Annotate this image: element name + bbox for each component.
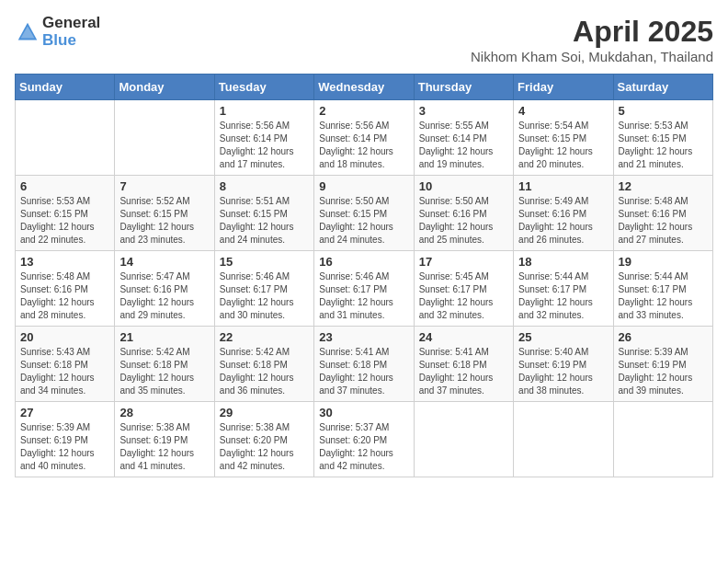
day-number: 8 (220, 179, 309, 193)
day-info: Sunrise: 5:52 AM Sunset: 6:15 PM Dayligh… (119, 195, 209, 247)
day-number: 6 (20, 179, 109, 193)
day-number: 13 (20, 255, 109, 269)
calendar-header: SundayMondayTuesdayWednesdayThursdayFrid… (16, 75, 713, 100)
day-info: Sunrise: 5:42 AM Sunset: 6:18 PM Dayligh… (220, 346, 309, 397)
day-info: Sunrise: 5:42 AM Sunset: 6:18 PM Dayligh… (119, 346, 209, 397)
day-of-week-friday: Friday (514, 75, 613, 100)
calendar-cell: 15Sunrise: 5:46 AM Sunset: 6:17 PM Dayli… (214, 251, 313, 327)
day-info: Sunrise: 5:51 AM Sunset: 6:15 PM Dayligh… (220, 195, 309, 247)
calendar-cell: 2Sunrise: 5:56 AM Sunset: 6:14 PM Daylig… (314, 100, 414, 176)
day-info: Sunrise: 5:41 AM Sunset: 6:18 PM Dayligh… (319, 346, 408, 397)
logo: General Blue (15, 15, 100, 49)
day-number: 10 (419, 179, 508, 193)
day-info: Sunrise: 5:44 AM Sunset: 6:17 PM Dayligh… (518, 270, 608, 322)
day-info: Sunrise: 5:38 AM Sunset: 6:20 PM Dayligh… (220, 421, 309, 473)
day-info: Sunrise: 5:53 AM Sunset: 6:15 PM Dayligh… (619, 120, 708, 171)
calendar-week-1: 6Sunrise: 5:53 AM Sunset: 6:15 PM Daylig… (16, 176, 713, 251)
calendar-cell: 24Sunrise: 5:41 AM Sunset: 6:18 PM Dayli… (414, 327, 513, 402)
day-number: 17 (419, 255, 508, 269)
calendar-cell: 6Sunrise: 5:53 AM Sunset: 6:15 PM Daylig… (16, 176, 115, 251)
day-number: 7 (119, 179, 209, 193)
calendar-cell (414, 402, 513, 477)
day-info: Sunrise: 5:50 AM Sunset: 6:16 PM Dayligh… (419, 195, 508, 247)
day-info: Sunrise: 5:49 AM Sunset: 6:16 PM Dayligh… (518, 195, 608, 247)
day-info: Sunrise: 5:53 AM Sunset: 6:15 PM Dayligh… (20, 195, 109, 247)
calendar-week-2: 13Sunrise: 5:48 AM Sunset: 6:16 PM Dayli… (16, 251, 713, 327)
calendar-week-0: 1Sunrise: 5:56 AM Sunset: 6:14 PM Daylig… (16, 100, 713, 176)
day-number: 26 (619, 330, 708, 344)
day-number: 4 (518, 104, 608, 118)
calendar-cell: 13Sunrise: 5:48 AM Sunset: 6:16 PM Dayli… (16, 251, 115, 327)
calendar-cell: 21Sunrise: 5:42 AM Sunset: 6:18 PM Dayli… (115, 327, 214, 402)
day-number: 23 (319, 330, 408, 344)
day-number: 15 (220, 255, 309, 269)
calendar-cell (514, 402, 613, 477)
day-number: 21 (119, 330, 209, 344)
calendar-cell: 22Sunrise: 5:42 AM Sunset: 6:18 PM Dayli… (214, 327, 313, 402)
calendar-cell: 11Sunrise: 5:49 AM Sunset: 6:16 PM Dayli… (514, 176, 613, 251)
day-info: Sunrise: 5:39 AM Sunset: 6:19 PM Dayligh… (20, 421, 109, 473)
calendar-cell: 1Sunrise: 5:56 AM Sunset: 6:14 PM Daylig… (214, 100, 313, 176)
calendar-table: SundayMondayTuesdayWednesdayThursdayFrid… (15, 74, 713, 477)
title-area: April 2025 Nikhom Kham Soi, Mukdahan, Th… (471, 15, 713, 64)
calendar-cell: 7Sunrise: 5:52 AM Sunset: 6:15 PM Daylig… (115, 176, 214, 251)
day-number: 30 (319, 406, 408, 419)
calendar-week-3: 20Sunrise: 5:43 AM Sunset: 6:18 PM Dayli… (16, 327, 713, 402)
day-info: Sunrise: 5:40 AM Sunset: 6:19 PM Dayligh… (518, 346, 608, 397)
calendar-body: 1Sunrise: 5:56 AM Sunset: 6:14 PM Daylig… (16, 100, 713, 477)
calendar-cell: 12Sunrise: 5:48 AM Sunset: 6:16 PM Dayli… (613, 176, 712, 251)
calendar-cell: 18Sunrise: 5:44 AM Sunset: 6:17 PM Dayli… (514, 251, 613, 327)
day-of-week-monday: Monday (115, 75, 214, 100)
calendar-cell: 19Sunrise: 5:44 AM Sunset: 6:17 PM Dayli… (613, 251, 712, 327)
day-info: Sunrise: 5:55 AM Sunset: 6:14 PM Dayligh… (419, 120, 508, 171)
day-number: 2 (319, 104, 408, 118)
calendar-cell: 16Sunrise: 5:46 AM Sunset: 6:17 PM Dayli… (314, 251, 414, 327)
day-of-week-wednesday: Wednesday (314, 75, 414, 100)
day-number: 18 (518, 255, 608, 269)
calendar-cell: 14Sunrise: 5:47 AM Sunset: 6:16 PM Dayli… (115, 251, 214, 327)
calendar-cell: 8Sunrise: 5:51 AM Sunset: 6:15 PM Daylig… (214, 176, 313, 251)
day-number: 28 (119, 406, 209, 419)
calendar-cell: 17Sunrise: 5:45 AM Sunset: 6:17 PM Dayli… (414, 251, 513, 327)
day-number: 1 (220, 104, 309, 118)
day-info: Sunrise: 5:46 AM Sunset: 6:17 PM Dayligh… (220, 270, 309, 322)
calendar-cell: 20Sunrise: 5:43 AM Sunset: 6:18 PM Dayli… (16, 327, 115, 402)
day-number: 12 (619, 179, 708, 193)
day-of-week-thursday: Thursday (414, 75, 513, 100)
days-of-week-row: SundayMondayTuesdayWednesdayThursdayFrid… (16, 75, 713, 100)
generalblue-logo-icon (15, 19, 40, 45)
day-info: Sunrise: 5:37 AM Sunset: 6:20 PM Dayligh… (319, 421, 408, 473)
day-info: Sunrise: 5:50 AM Sunset: 6:15 PM Dayligh… (319, 195, 408, 247)
calendar-cell (613, 402, 712, 477)
day-number: 20 (20, 330, 109, 344)
location-subtitle: Nikhom Kham Soi, Mukdahan, Thailand (471, 49, 713, 64)
day-info: Sunrise: 5:56 AM Sunset: 6:14 PM Dayligh… (319, 120, 408, 171)
calendar-cell: 25Sunrise: 5:40 AM Sunset: 6:19 PM Dayli… (514, 327, 613, 402)
day-info: Sunrise: 5:41 AM Sunset: 6:18 PM Dayligh… (419, 346, 508, 397)
day-number: 27 (20, 406, 109, 419)
day-number: 25 (518, 330, 608, 344)
calendar-week-4: 27Sunrise: 5:39 AM Sunset: 6:19 PM Dayli… (16, 402, 713, 477)
day-info: Sunrise: 5:56 AM Sunset: 6:14 PM Dayligh… (220, 120, 309, 171)
day-number: 14 (119, 255, 209, 269)
calendar-cell (115, 100, 214, 176)
day-number: 5 (619, 104, 708, 118)
day-number: 29 (220, 406, 309, 419)
header: General Blue April 2025 Nikhom Kham Soi,… (15, 15, 713, 64)
day-info: Sunrise: 5:38 AM Sunset: 6:19 PM Dayligh… (119, 421, 209, 473)
calendar-cell: 4Sunrise: 5:54 AM Sunset: 6:15 PM Daylig… (514, 100, 613, 176)
day-number: 16 (319, 255, 408, 269)
logo-general-text: General (42, 15, 100, 32)
calendar-cell (16, 100, 115, 176)
calendar-cell: 9Sunrise: 5:50 AM Sunset: 6:15 PM Daylig… (314, 176, 414, 251)
day-of-week-tuesday: Tuesday (214, 75, 313, 100)
day-number: 11 (518, 179, 608, 193)
calendar-cell: 10Sunrise: 5:50 AM Sunset: 6:16 PM Dayli… (414, 176, 513, 251)
logo-blue-text: Blue (42, 32, 100, 50)
month-title: April 2025 (471, 15, 713, 49)
day-info: Sunrise: 5:48 AM Sunset: 6:16 PM Dayligh… (619, 195, 708, 247)
calendar-cell: 26Sunrise: 5:39 AM Sunset: 6:19 PM Dayli… (613, 327, 712, 402)
day-info: Sunrise: 5:44 AM Sunset: 6:17 PM Dayligh… (619, 270, 708, 322)
calendar-cell: 29Sunrise: 5:38 AM Sunset: 6:20 PM Dayli… (214, 402, 313, 477)
calendar-cell: 23Sunrise: 5:41 AM Sunset: 6:18 PM Dayli… (314, 327, 414, 402)
